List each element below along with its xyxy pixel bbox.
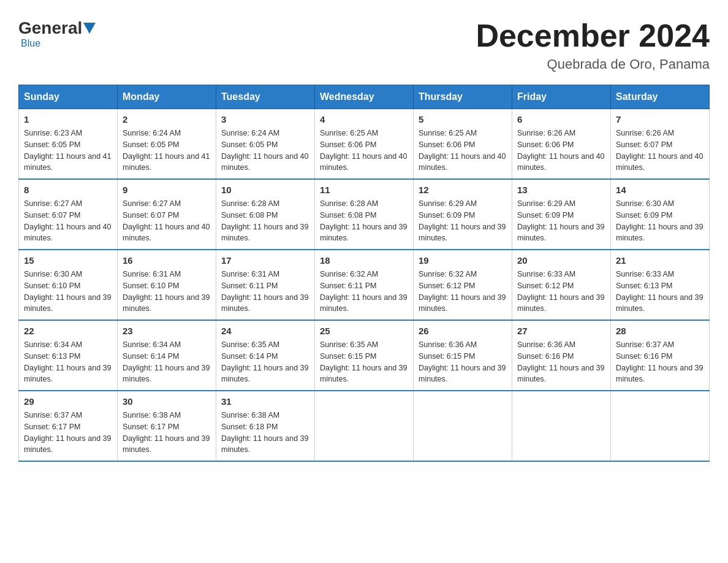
calendar-day-cell: 8 Sunrise: 6:27 AM Sunset: 6:07 PM Dayli… bbox=[19, 179, 118, 250]
calendar-day-cell: 21 Sunrise: 6:33 AM Sunset: 6:13 PM Dayl… bbox=[611, 250, 710, 320]
day-number: 14 bbox=[616, 185, 704, 195]
day-detail: Sunrise: 6:30 AM Sunset: 6:09 PM Dayligh… bbox=[616, 198, 704, 244]
calendar-day-cell: 12 Sunrise: 6:29 AM Sunset: 6:09 PM Dayl… bbox=[414, 179, 512, 250]
day-detail: Sunrise: 6:36 AM Sunset: 6:15 PM Dayligh… bbox=[419, 339, 507, 385]
day-detail: Sunrise: 6:33 AM Sunset: 6:13 PM Dayligh… bbox=[616, 269, 704, 315]
day-detail: Sunrise: 6:33 AM Sunset: 6:12 PM Dayligh… bbox=[517, 269, 605, 315]
day-number: 28 bbox=[616, 326, 704, 336]
day-detail: Sunrise: 6:27 AM Sunset: 6:07 PM Dayligh… bbox=[24, 198, 112, 244]
calendar-day-cell: 17 Sunrise: 6:31 AM Sunset: 6:11 PM Dayl… bbox=[216, 250, 315, 320]
calendar-header-row: SundayMondayTuesdayWednesdayThursdayFrid… bbox=[19, 85, 710, 109]
calendar-day-cell: 13 Sunrise: 6:29 AM Sunset: 6:09 PM Dayl… bbox=[512, 179, 611, 250]
day-detail: Sunrise: 6:32 AM Sunset: 6:12 PM Dayligh… bbox=[419, 269, 507, 315]
calendar-day-cell bbox=[611, 391, 710, 461]
day-number: 26 bbox=[419, 326, 507, 336]
day-number: 9 bbox=[123, 185, 211, 195]
day-detail: Sunrise: 6:38 AM Sunset: 6:17 PM Dayligh… bbox=[123, 410, 211, 456]
day-number: 2 bbox=[123, 114, 211, 124]
calendar-day-cell: 27 Sunrise: 6:36 AM Sunset: 6:16 PM Dayl… bbox=[512, 320, 611, 391]
day-detail: Sunrise: 6:32 AM Sunset: 6:11 PM Dayligh… bbox=[320, 269, 408, 315]
day-number: 19 bbox=[419, 255, 507, 266]
calendar-day-cell: 6 Sunrise: 6:26 AM Sunset: 6:06 PM Dayli… bbox=[512, 109, 611, 180]
calendar-week-row: 15 Sunrise: 6:30 AM Sunset: 6:10 PM Dayl… bbox=[19, 250, 710, 320]
day-number: 12 bbox=[419, 185, 507, 195]
day-number: 23 bbox=[123, 326, 211, 336]
day-detail: Sunrise: 6:26 AM Sunset: 6:06 PM Dayligh… bbox=[517, 128, 605, 174]
day-detail: Sunrise: 6:29 AM Sunset: 6:09 PM Dayligh… bbox=[419, 198, 507, 244]
calendar-day-cell: 14 Sunrise: 6:30 AM Sunset: 6:09 PM Dayl… bbox=[611, 179, 710, 250]
calendar-day-cell: 30 Sunrise: 6:38 AM Sunset: 6:17 PM Dayl… bbox=[118, 391, 216, 461]
day-number: 29 bbox=[24, 396, 112, 407]
day-detail: Sunrise: 6:24 AM Sunset: 6:05 PM Dayligh… bbox=[123, 128, 211, 174]
day-detail: Sunrise: 6:30 AM Sunset: 6:10 PM Dayligh… bbox=[24, 269, 112, 315]
calendar-day-cell bbox=[414, 391, 512, 461]
day-detail: Sunrise: 6:28 AM Sunset: 6:08 PM Dayligh… bbox=[221, 198, 309, 244]
calendar-week-row: 29 Sunrise: 6:37 AM Sunset: 6:17 PM Dayl… bbox=[19, 391, 710, 461]
weekday-header-wednesday: Wednesday bbox=[315, 85, 414, 109]
calendar-day-cell: 7 Sunrise: 6:26 AM Sunset: 6:07 PM Dayli… bbox=[611, 109, 710, 180]
day-detail: Sunrise: 6:31 AM Sunset: 6:10 PM Dayligh… bbox=[123, 269, 211, 315]
calendar-day-cell: 20 Sunrise: 6:33 AM Sunset: 6:12 PM Dayl… bbox=[512, 250, 611, 320]
day-detail: Sunrise: 6:28 AM Sunset: 6:08 PM Dayligh… bbox=[320, 198, 408, 244]
day-detail: Sunrise: 6:38 AM Sunset: 6:18 PM Dayligh… bbox=[221, 410, 309, 456]
logo-general-text: General bbox=[18, 18, 82, 38]
calendar-day-cell: 9 Sunrise: 6:27 AM Sunset: 6:07 PM Dayli… bbox=[118, 179, 216, 250]
day-number: 3 bbox=[221, 114, 309, 124]
day-number: 11 bbox=[320, 185, 408, 195]
day-number: 8 bbox=[24, 185, 112, 195]
day-detail: Sunrise: 6:37 AM Sunset: 6:16 PM Dayligh… bbox=[616, 339, 704, 385]
day-number: 5 bbox=[419, 114, 507, 124]
logo: General Blue bbox=[18, 18, 97, 49]
weekday-header-tuesday: Tuesday bbox=[216, 85, 315, 109]
day-number: 24 bbox=[221, 326, 309, 336]
calendar-day-cell: 23 Sunrise: 6:34 AM Sunset: 6:14 PM Dayl… bbox=[118, 320, 216, 391]
calendar-day-cell: 28 Sunrise: 6:37 AM Sunset: 6:16 PM Dayl… bbox=[611, 320, 710, 391]
day-number: 16 bbox=[123, 255, 211, 266]
day-detail: Sunrise: 6:27 AM Sunset: 6:07 PM Dayligh… bbox=[123, 198, 211, 244]
day-number: 22 bbox=[24, 326, 112, 336]
day-number: 7 bbox=[616, 114, 704, 124]
calendar-week-row: 22 Sunrise: 6:34 AM Sunset: 6:13 PM Dayl… bbox=[19, 320, 710, 391]
calendar-day-cell: 22 Sunrise: 6:34 AM Sunset: 6:13 PM Dayl… bbox=[19, 320, 118, 391]
calendar-day-cell: 1 Sunrise: 6:23 AM Sunset: 6:05 PM Dayli… bbox=[19, 109, 118, 180]
day-detail: Sunrise: 6:34 AM Sunset: 6:14 PM Dayligh… bbox=[123, 339, 211, 385]
calendar-day-cell: 4 Sunrise: 6:25 AM Sunset: 6:06 PM Dayli… bbox=[315, 109, 414, 180]
calendar-day-cell: 2 Sunrise: 6:24 AM Sunset: 6:05 PM Dayli… bbox=[118, 109, 216, 180]
calendar-day-cell bbox=[315, 391, 414, 461]
day-number: 18 bbox=[320, 255, 408, 266]
weekday-header-monday: Monday bbox=[118, 85, 216, 109]
day-number: 10 bbox=[221, 185, 309, 195]
page-header: General Blue December 2024 Quebrada de O… bbox=[18, 18, 710, 72]
day-number: 31 bbox=[221, 396, 309, 407]
day-detail: Sunrise: 6:23 AM Sunset: 6:05 PM Dayligh… bbox=[24, 128, 112, 174]
weekday-header-friday: Friday bbox=[512, 85, 611, 109]
calendar-day-cell: 5 Sunrise: 6:25 AM Sunset: 6:06 PM Dayli… bbox=[414, 109, 512, 180]
location-subtitle: Quebrada de Oro, Panama bbox=[476, 56, 710, 72]
day-number: 13 bbox=[517, 185, 605, 195]
weekday-header-thursday: Thursday bbox=[414, 85, 512, 109]
logo-triangle-icon bbox=[83, 23, 96, 34]
day-number: 15 bbox=[24, 255, 112, 266]
calendar-day-cell: 16 Sunrise: 6:31 AM Sunset: 6:10 PM Dayl… bbox=[118, 250, 216, 320]
weekday-header-sunday: Sunday bbox=[19, 85, 118, 109]
calendar-day-cell: 25 Sunrise: 6:35 AM Sunset: 6:15 PM Dayl… bbox=[315, 320, 414, 391]
day-detail: Sunrise: 6:25 AM Sunset: 6:06 PM Dayligh… bbox=[419, 128, 507, 174]
day-number: 17 bbox=[221, 255, 309, 266]
day-number: 6 bbox=[517, 114, 605, 124]
day-number: 27 bbox=[517, 326, 605, 336]
day-detail: Sunrise: 6:25 AM Sunset: 6:06 PM Dayligh… bbox=[320, 128, 408, 174]
calendar-week-row: 1 Sunrise: 6:23 AM Sunset: 6:05 PM Dayli… bbox=[19, 109, 710, 180]
day-detail: Sunrise: 6:35 AM Sunset: 6:15 PM Dayligh… bbox=[320, 339, 408, 385]
calendar-day-cell: 26 Sunrise: 6:36 AM Sunset: 6:15 PM Dayl… bbox=[414, 320, 512, 391]
calendar-table: SundayMondayTuesdayWednesdayThursdayFrid… bbox=[18, 85, 710, 462]
day-detail: Sunrise: 6:24 AM Sunset: 6:05 PM Dayligh… bbox=[221, 128, 309, 174]
day-detail: Sunrise: 6:34 AM Sunset: 6:13 PM Dayligh… bbox=[24, 339, 112, 385]
day-detail: Sunrise: 6:26 AM Sunset: 6:07 PM Dayligh… bbox=[616, 128, 704, 174]
calendar-week-row: 8 Sunrise: 6:27 AM Sunset: 6:07 PM Dayli… bbox=[19, 179, 710, 250]
calendar-day-cell: 19 Sunrise: 6:32 AM Sunset: 6:12 PM Dayl… bbox=[414, 250, 512, 320]
weekday-header-saturday: Saturday bbox=[611, 85, 710, 109]
day-detail: Sunrise: 6:29 AM Sunset: 6:09 PM Dayligh… bbox=[517, 198, 605, 244]
day-number: 21 bbox=[616, 255, 704, 266]
day-detail: Sunrise: 6:37 AM Sunset: 6:17 PM Dayligh… bbox=[24, 410, 112, 456]
day-number: 25 bbox=[320, 326, 408, 336]
